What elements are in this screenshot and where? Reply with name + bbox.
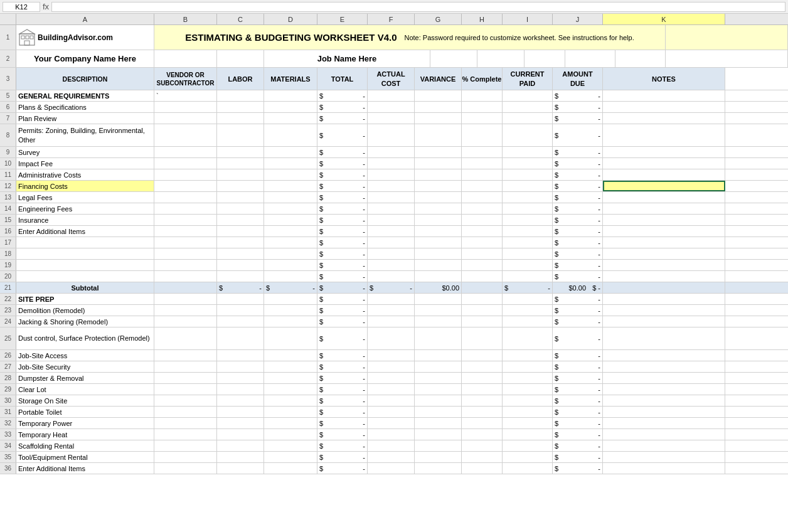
cell-22-desc[interactable]: SITE PREP (16, 294, 154, 304)
cell-36-variance[interactable] (415, 463, 462, 474)
cell-10-variance[interactable] (415, 158, 462, 169)
cell-29-notes[interactable] (603, 384, 725, 395)
cell-14-actual[interactable] (368, 203, 415, 214)
cell-26-labor[interactable] (217, 350, 264, 361)
cell-12-actual[interactable] (368, 181, 415, 191)
cell-15-actual[interactable] (368, 215, 415, 225)
cell-17-notes[interactable] (603, 237, 725, 248)
cell-6-labor[interactable] (217, 102, 264, 112)
cell-30-labor[interactable] (217, 395, 264, 406)
cell-9-notes[interactable] (603, 147, 725, 157)
cell-12-paid[interactable] (503, 181, 553, 191)
cell-29-vendor[interactable] (154, 384, 217, 395)
cell-36-labor[interactable] (217, 463, 264, 474)
cell-24-total[interactable]: $ - (317, 316, 368, 327)
cell-27-pct[interactable] (462, 361, 503, 372)
cell-30-vendor[interactable] (154, 395, 217, 406)
cell-25-total[interactable]: $ - (317, 327, 368, 349)
cell-34-due[interactable]: $ - (553, 440, 603, 451)
col-header-k[interactable]: K (603, 14, 725, 24)
cell-26-desc[interactable]: Job-Site Access (16, 350, 154, 361)
cell-32-total[interactable]: $ - (317, 418, 368, 428)
cell-12-desc[interactable]: Financing Costs (16, 181, 154, 191)
cell-20-materials[interactable] (264, 271, 317, 282)
cell-5-paid[interactable] (503, 90, 553, 101)
cell-5-desc[interactable]: GENERAL REQUIREMENTS (16, 90, 154, 101)
cell-17-labor[interactable] (217, 237, 264, 248)
cell-21-paid2[interactable]: $0.00 $ - (553, 282, 603, 293)
cell-27-materials[interactable] (264, 361, 317, 372)
cell-32-desc[interactable]: Temporary Power (16, 418, 154, 428)
cell-14-pct[interactable] (462, 203, 503, 214)
cell-8-pct[interactable] (462, 124, 503, 146)
cell-27-labor[interactable] (217, 361, 264, 372)
cell-20-variance[interactable] (415, 271, 462, 282)
cell-29-paid[interactable] (503, 384, 553, 395)
cell-28-vendor[interactable] (154, 373, 217, 383)
cell-28-paid[interactable] (503, 373, 553, 383)
cell-10-notes[interactable] (603, 158, 725, 169)
cell-27-variance[interactable] (415, 361, 462, 372)
cell-26-paid[interactable] (503, 350, 553, 361)
cell-20-pct[interactable] (462, 271, 503, 282)
cell-9-actual[interactable] (368, 147, 415, 157)
cell-32-actual[interactable] (368, 418, 415, 428)
cell-18-actual[interactable] (368, 248, 415, 259)
cell-13-actual[interactable] (368, 192, 415, 203)
cell-13-pct[interactable] (462, 192, 503, 203)
cell-9-total[interactable]: $ - (317, 147, 368, 157)
cell-19-total[interactable]: $ - (317, 260, 368, 270)
cell-15-pct[interactable] (462, 215, 503, 225)
cell-5-materials[interactable] (264, 90, 317, 101)
cell-7-materials[interactable] (264, 113, 317, 124)
cell-11-notes[interactable] (603, 169, 725, 180)
cell-31-total[interactable]: $ - (317, 407, 368, 417)
cell-11-total[interactable]: $ - (317, 169, 368, 180)
cell-7-total[interactable]: $ - (317, 113, 368, 124)
cell-22-variance[interactable] (415, 294, 462, 304)
cell-5-actual[interactable] (368, 90, 415, 101)
cell-7-actual[interactable] (368, 113, 415, 124)
cell-27-total[interactable]: $ - (317, 361, 368, 372)
cell-reference-box[interactable]: K12 (3, 2, 40, 12)
cell-22-total[interactable]: $ - (317, 294, 368, 304)
cell-30-total[interactable]: $ - (317, 395, 368, 406)
cell-19-desc[interactable] (16, 260, 154, 270)
cell-27-due[interactable]: $ - (553, 361, 603, 372)
cell-26-notes[interactable] (603, 350, 725, 361)
cell-28-due[interactable]: $ - (553, 373, 603, 383)
cell-36-desc[interactable]: Enter Additional Items (16, 463, 154, 474)
cell-31-pct[interactable] (462, 407, 503, 417)
cell-23-notes[interactable] (603, 305, 725, 316)
cell-8-materials[interactable] (264, 124, 317, 146)
cell-22-paid[interactable] (503, 294, 553, 304)
cell-7-pct[interactable] (462, 113, 503, 124)
cell-9-pct[interactable] (462, 147, 503, 157)
cell-32-due[interactable]: $ - (553, 418, 603, 428)
cell-33-notes[interactable] (603, 429, 725, 440)
cell-32-notes[interactable] (603, 418, 725, 428)
cell-35-due[interactable]: $ - (553, 452, 603, 462)
cell-19-paid[interactable] (503, 260, 553, 270)
cell-15-notes[interactable] (603, 215, 725, 225)
col-header-f[interactable]: F (368, 14, 415, 24)
col-header-h[interactable]: H (462, 14, 503, 24)
cell-19-pct[interactable] (462, 260, 503, 270)
cell-21-vendor[interactable] (154, 282, 217, 293)
cell-36-actual[interactable] (368, 463, 415, 474)
cell-16-pct[interactable] (462, 226, 503, 237)
cell-9-materials[interactable] (264, 147, 317, 157)
cell-13-variance[interactable] (415, 192, 462, 203)
cell-35-pct[interactable] (462, 452, 503, 462)
cell-6-actual[interactable] (368, 102, 415, 112)
cell-11-vendor[interactable] (154, 169, 217, 180)
cell-11-paid[interactable] (503, 169, 553, 180)
cell-13-notes[interactable] (603, 192, 725, 203)
cell-10-materials[interactable] (264, 158, 317, 169)
cell-23-actual[interactable] (368, 305, 415, 316)
cell-10-pct[interactable] (462, 158, 503, 169)
cell-32-materials[interactable] (264, 418, 317, 428)
cell-12-total[interactable]: $ - (317, 181, 368, 191)
cell-34-desc[interactable]: Scaffolding Rental (16, 440, 154, 451)
cell-21-materials[interactable]: $ - (264, 282, 317, 293)
